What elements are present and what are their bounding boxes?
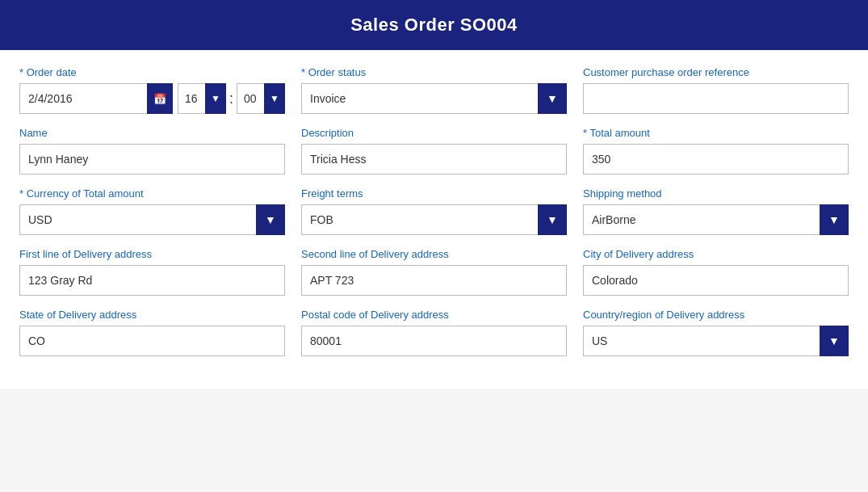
- name-input[interactable]: [19, 144, 285, 175]
- row-2: Name Description Total amount: [19, 127, 849, 175]
- order-date-group: Order date 📅 16 ▼ : 00: [19, 66, 285, 114]
- hour-select-wrapper: 16 ▼: [178, 83, 226, 114]
- postal-code-input[interactable]: [301, 326, 567, 356]
- currency-group: Currency of Total amount USD EUR GBP CAD…: [19, 187, 285, 235]
- total-amount-group: Total amount: [583, 127, 849, 175]
- currency-label: Currency of Total amount: [19, 187, 285, 200]
- shipping-method-select[interactable]: AirBorne Ground Sea Express: [583, 204, 849, 235]
- order-status-label: Order status: [301, 66, 567, 78]
- time-colon: :: [228, 90, 235, 107]
- country-select[interactable]: US CA UK AU DE: [583, 326, 849, 356]
- description-input[interactable]: [301, 144, 567, 175]
- city-group: City of Delivery address: [583, 248, 849, 296]
- form-container: Order date 📅 16 ▼ : 00: [0, 50, 868, 389]
- delivery-line1-group: First line of Delivery address: [19, 248, 285, 296]
- order-status-select[interactable]: Invoice Draft Confirmed Cancelled: [301, 83, 567, 114]
- delivery-line1-label: First line of Delivery address: [19, 248, 285, 260]
- page-header: Sales Order SO004: [0, 0, 868, 50]
- time-part: 16 ▼ : 00 ▼: [178, 83, 285, 114]
- customer-po-ref-input[interactable]: [583, 83, 849, 114]
- freight-terms-select-wrapper: FOB CIF EXW DDP ▼: [301, 204, 567, 235]
- state-label: State of Delivery address: [19, 309, 285, 321]
- row-5: State of Delivery address Postal code of…: [19, 309, 849, 356]
- row-4: First line of Delivery address Second li…: [19, 248, 849, 296]
- delivery-line1-input[interactable]: [19, 265, 285, 296]
- freight-terms-group: Freight terms FOB CIF EXW DDP ▼: [301, 187, 567, 235]
- order-status-group: Order status Invoice Draft Confirmed Can…: [301, 66, 567, 114]
- row-3: Currency of Total amount USD EUR GBP CAD…: [19, 187, 849, 235]
- state-group: State of Delivery address: [19, 309, 285, 356]
- customer-po-ref-group: Customer purchase order reference: [583, 66, 849, 114]
- order-status-select-wrapper: Invoice Draft Confirmed Cancelled ▼: [301, 83, 567, 114]
- description-group: Description: [301, 127, 567, 175]
- currency-select[interactable]: USD EUR GBP CAD: [19, 204, 285, 235]
- name-group: Name: [19, 127, 285, 175]
- customer-po-ref-label: Customer purchase order reference: [583, 66, 849, 78]
- shipping-method-select-wrapper: AirBorne Ground Sea Express ▼: [583, 204, 849, 235]
- currency-select-wrapper: USD EUR GBP CAD ▼: [19, 204, 285, 235]
- country-select-wrapper: US CA UK AU DE ▼: [583, 326, 849, 356]
- minute-select[interactable]: 00: [237, 83, 285, 114]
- city-input[interactable]: [583, 265, 849, 296]
- date-time-row: 📅 16 ▼ : 00 ▼: [19, 83, 285, 114]
- order-date-label: Order date: [19, 66, 285, 78]
- description-label: Description: [301, 127, 567, 139]
- total-amount-input[interactable]: [583, 144, 849, 175]
- hour-select[interactable]: 16: [178, 83, 226, 114]
- country-group: Country/region of Delivery address US CA…: [583, 309, 849, 356]
- delivery-line2-group: Second line of Delivery address: [301, 248, 567, 296]
- row-1: Order date 📅 16 ▼ : 00: [19, 66, 849, 114]
- freight-terms-label: Freight terms: [301, 187, 567, 200]
- shipping-method-group: Shipping method AirBorne Ground Sea Expr…: [583, 187, 849, 235]
- shipping-method-label: Shipping method: [583, 187, 849, 200]
- date-input-wrapper: 📅: [19, 83, 173, 114]
- minute-select-wrapper: 00 ▼: [237, 83, 285, 114]
- postal-code-group: Postal code of Delivery address: [301, 309, 567, 356]
- total-amount-label: Total amount: [583, 127, 849, 139]
- calendar-button[interactable]: 📅: [147, 83, 173, 114]
- name-label: Name: [19, 127, 285, 139]
- freight-terms-select[interactable]: FOB CIF EXW DDP: [301, 204, 567, 235]
- page-title: Sales Order SO004: [350, 15, 518, 35]
- delivery-line2-label: Second line of Delivery address: [301, 248, 567, 260]
- country-label: Country/region of Delivery address: [583, 309, 849, 321]
- postal-code-label: Postal code of Delivery address: [301, 309, 567, 321]
- state-input[interactable]: [19, 326, 285, 356]
- delivery-line2-input[interactable]: [301, 265, 567, 296]
- city-label: City of Delivery address: [583, 248, 849, 260]
